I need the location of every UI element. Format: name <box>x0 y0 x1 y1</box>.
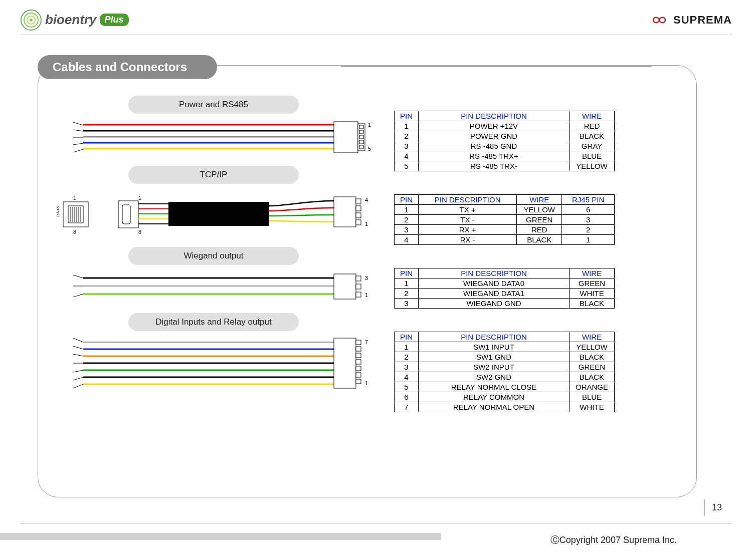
pin-num: 3 <box>365 275 368 281</box>
svg-rect-37 <box>334 197 356 227</box>
brand-badge: Plus <box>100 14 129 26</box>
wiegand-table: PIN PIN DESCRIPTION WIRE 1WIEGAND DATA0G… <box>394 268 615 309</box>
cell-wire: WHITE <box>570 402 615 412</box>
svg-rect-50 <box>356 276 361 281</box>
table-row: 6RELAY COMMONBLUE <box>395 392 615 402</box>
svg-rect-68 <box>334 338 356 388</box>
tcpip-table: PIN PIN DESCRIPTION WIRE RJ45 PIN 1TX +Y… <box>394 194 615 245</box>
wiegand-cable-diagram: 3 1 <box>53 269 374 304</box>
power-rows: 1POWER +12VRED2POWER GNDBLACK3RS -485 GN… <box>395 121 615 171</box>
svg-rect-69 <box>356 340 361 345</box>
svg-rect-70 <box>356 347 361 351</box>
table-row: 4SW2 GNDBLACK <box>395 372 615 382</box>
table-row: 1WIEGAND DATA0GREEN <box>395 278 615 289</box>
cell-pin: 3 <box>395 225 419 235</box>
cell-pin: 1 <box>395 121 419 131</box>
cell-desc: RS -485 TRX- <box>419 161 570 171</box>
pin-num: 5 <box>368 146 371 152</box>
digital-cable-diagram: 7 1 <box>53 335 374 395</box>
svg-line-13 <box>73 149 83 152</box>
pin-num: 1 <box>73 195 76 201</box>
svg-rect-74 <box>356 373 361 377</box>
wiegand-cable-block: Wiegand output 3 1 <box>53 247 374 306</box>
power-label: Power and RS485 <box>128 96 299 114</box>
cell-wire: RED <box>517 225 562 235</box>
svg-rect-75 <box>356 379 361 384</box>
svg-rect-19 <box>359 140 363 144</box>
cell-wire: BLACK <box>570 131 615 141</box>
cell-desc: SW1 INPUT <box>419 342 570 352</box>
svg-rect-51 <box>356 284 361 289</box>
table-row: 4RS -485 TRX+BLUE <box>395 151 615 161</box>
cell-desc: SW2 GND <box>419 372 570 382</box>
table-row: 3SW2 INPUTGREEN <box>395 362 615 372</box>
cell-pin: 3 <box>395 362 419 372</box>
th-pin: PIN <box>395 268 419 278</box>
svg-rect-30 <box>122 205 130 224</box>
pin-num: 4 <box>365 197 368 203</box>
svg-rect-71 <box>356 353 361 358</box>
tcpip-cable-block: TCP/IP RJ-45 1 8 1 8 <box>53 166 374 240</box>
cell-wire: BLACK <box>517 235 562 245</box>
cell-desc: TX - <box>419 215 517 225</box>
table-row: 2WIEGAND DATA1WHITE <box>395 289 615 299</box>
cell-desc: POWER GND <box>419 131 570 141</box>
svg-point-3 <box>30 19 33 22</box>
svg-line-61 <box>73 338 83 342</box>
pin-num: 1 <box>365 292 368 298</box>
cell-pin: 5 <box>395 161 419 171</box>
svg-line-65 <box>73 370 83 372</box>
cell-desc: RX - <box>419 235 517 245</box>
digital-label: Digital Inputs and Relay output <box>128 313 299 331</box>
svg-rect-16 <box>359 125 363 129</box>
th-pin: PIN <box>395 332 419 342</box>
svg-line-46 <box>73 275 83 278</box>
svg-rect-17 <box>359 130 363 134</box>
cell-pin: 4 <box>395 372 419 382</box>
cell-rj: 1 <box>562 235 615 245</box>
tables-column: PIN PIN DESCRIPTION WIRE 1POWER +12VRED2… <box>394 96 681 482</box>
company-text: SUPREMA <box>673 14 732 27</box>
svg-line-63 <box>73 354 83 356</box>
table-row: 3WIEGAND GNDBLACK <box>395 299 615 309</box>
cell-desc: WIEGAND DATA1 <box>419 289 570 299</box>
cell-pin: 1 <box>395 278 419 289</box>
pin-num: 1 <box>368 122 371 128</box>
th-desc: PIN DESCRIPTION <box>419 195 517 205</box>
table-row: 2SW1 GNDBLACK <box>395 352 615 362</box>
cell-desc: SW2 INPUT <box>419 362 570 372</box>
cell-desc: RELAY NORMAL OPEN <box>419 402 570 412</box>
cell-wire: RED <box>570 121 615 131</box>
svg-line-62 <box>73 346 83 349</box>
cell-pin: 5 <box>395 382 419 392</box>
pin-num: 8 <box>73 229 76 235</box>
cell-rj: 2 <box>562 225 615 235</box>
cell-wire: WHITE <box>570 289 615 299</box>
digital-cable-block: Digital Inputs and Relay output <box>53 313 374 397</box>
page-header: bioentry Plus SUPREMA <box>20 5 732 35</box>
cell-desc: SW1 GND <box>419 352 570 362</box>
wiegand-rows: 1WIEGAND DATA0GREEN2WIEGAND DATA1WHITE3W… <box>395 278 615 309</box>
th-pin: PIN <box>395 195 419 205</box>
digital-table: PIN PIN DESCRIPTION WIRE 1SW1 INPUTYELLO… <box>394 332 615 412</box>
content-panel: Power and RS485 <box>38 65 697 497</box>
svg-line-48 <box>73 294 83 297</box>
svg-line-66 <box>73 377 83 380</box>
cell-wire: BLACK <box>570 299 615 309</box>
table-row: 2TX -GREEN3 <box>395 215 615 225</box>
svg-line-9 <box>73 122 83 125</box>
cell-desc: RELAY NORMAL CLOSE <box>419 382 570 392</box>
cell-wire: YELLOW <box>570 161 615 171</box>
rj45-label: RJ-45 <box>56 206 60 217</box>
page-number: 13 <box>704 499 722 516</box>
th-wire: WIRE <box>570 268 615 278</box>
svg-rect-39 <box>356 206 361 211</box>
table-row: 1POWER +12VRED <box>395 121 615 131</box>
svg-rect-40 <box>356 213 361 218</box>
infinity-icon <box>649 14 669 26</box>
svg-line-12 <box>73 143 83 145</box>
svg-rect-72 <box>356 360 361 364</box>
cell-desc: RELAY COMMON <box>419 392 570 402</box>
svg-rect-20 <box>359 145 363 149</box>
th-rj: RJ45 PIN <box>562 195 615 205</box>
